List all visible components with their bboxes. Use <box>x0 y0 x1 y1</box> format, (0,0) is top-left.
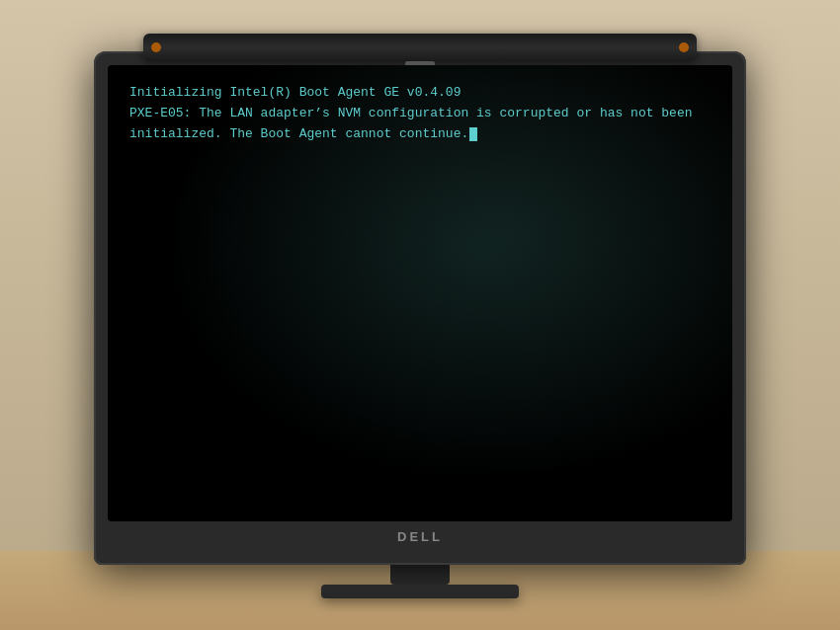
bios-line-2: PXE-E05: The LAN adapter’s NVM configura… <box>129 104 711 124</box>
monitor-container: Initializing Intel(R) Boot Agent GE v0.4… <box>94 51 746 598</box>
room-background: Initializing Intel(R) Boot Agent GE v0.4… <box>0 0 840 630</box>
monitor-screen: Initializing Intel(R) Boot Agent GE v0.4… <box>108 65 732 521</box>
monitor-stand-neck <box>390 565 450 585</box>
bios-line-1: Initializing Intel(R) Boot Agent GE v0.4… <box>129 83 711 104</box>
monitor-bezel: Initializing Intel(R) Boot Agent GE v0.4… <box>94 51 746 565</box>
monitor-stand-base <box>321 585 519 598</box>
bios-line-3-text: initialized. The Boot Agent cannot conti… <box>129 126 468 141</box>
monitor-bottom-bezel: DELL <box>108 521 732 551</box>
monitor: Initializing Intel(R) Boot Agent GE v0.4… <box>94 51 746 565</box>
dell-logo: DELL <box>397 529 443 544</box>
light-bar-accent-right <box>679 42 689 52</box>
cursor-blink <box>469 127 477 141</box>
light-bar-accent-left <box>151 42 161 52</box>
bios-line-3: initialized. The Boot Agent cannot conti… <box>129 124 711 145</box>
monitor-light-bar <box>143 34 697 61</box>
bios-output: Initializing Intel(R) Boot Agent GE v0.4… <box>129 83 711 144</box>
